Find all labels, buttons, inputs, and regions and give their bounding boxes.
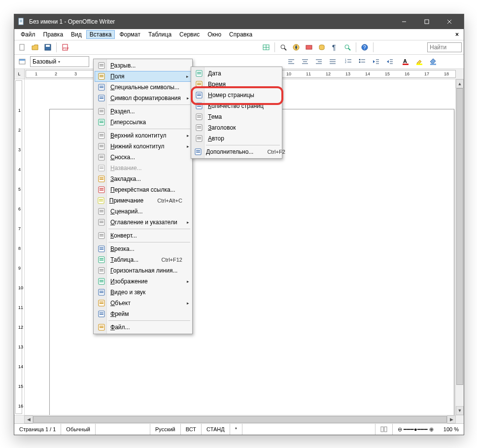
- scroll-thumb-v[interactable]: [456, 88, 463, 385]
- maximize-button[interactable]: [415, 14, 438, 29]
- zoom-icon[interactable]: [341, 41, 353, 53]
- align-left-icon[interactable]: [285, 56, 297, 68]
- navigator-icon[interactable]: [290, 41, 302, 53]
- menu-item-crossref[interactable]: Перекрёстная ссылка...: [95, 184, 191, 195]
- gallery-icon[interactable]: [303, 41, 315, 53]
- menu-item-header[interactable]: Верхний колонтитул▸: [95, 130, 191, 141]
- highlight-icon[interactable]: [413, 56, 425, 68]
- menu-window[interactable]: Окно: [204, 30, 225, 39]
- svg-rect-88: [100, 156, 103, 157]
- vertical-scrollbar[interactable]: ▲ ▼: [455, 79, 464, 415]
- field-item-date[interactable]: Дата: [192, 68, 281, 79]
- new-doc-icon[interactable]: [16, 41, 28, 53]
- find-input[interactable]: [427, 42, 462, 52]
- status-selmode[interactable]: СТАНД: [202, 424, 230, 435]
- menu-item-fields[interactable]: Поля▸: [95, 71, 191, 82]
- field-item-subject[interactable]: Тема: [192, 111, 281, 122]
- svg-rect-118: [100, 269, 103, 270]
- status-modified[interactable]: *: [230, 424, 242, 435]
- table-icon[interactable]: [260, 41, 272, 53]
- scroll-up-icon[interactable]: ▲: [456, 79, 464, 88]
- menu-item-iframe[interactable]: Фрейм: [95, 309, 191, 319]
- bullet-list-icon[interactable]: [356, 56, 368, 68]
- menu-view[interactable]: Вид: [68, 30, 85, 39]
- svg-line-24: [348, 48, 350, 50]
- menu-item-hyperlink[interactable]: Гиперссылка: [95, 117, 191, 128]
- menu-item-comment[interactable]: ПримечаниеCtrl+Alt+C: [95, 195, 191, 206]
- styles-dialog-icon[interactable]: [16, 56, 28, 68]
- scroll-down-icon[interactable]: ▼: [456, 406, 464, 415]
- bg-color-icon[interactable]: [427, 56, 439, 68]
- numbered-list-icon[interactable]: 12: [342, 56, 354, 68]
- scroll-left-icon[interactable]: ◀: [24, 415, 33, 423]
- minimize-button[interactable]: [393, 14, 415, 29]
- menu-item-frame[interactable]: Врезка...: [95, 243, 191, 254]
- menu-item-footer[interactable]: Нижний колонтитул▸: [95, 141, 191, 152]
- section-icon: [97, 107, 106, 115]
- menu-insert[interactable]: Вставка: [86, 30, 115, 39]
- close-button[interactable]: [438, 14, 461, 29]
- menu-table[interactable]: Таблица: [145, 30, 175, 39]
- scroll-right-icon[interactable]: ▶: [447, 415, 456, 423]
- zoom-minus[interactable]: ⊖: [398, 426, 402, 433]
- status-zoom[interactable]: 100 %: [439, 426, 464, 432]
- menu-tools[interactable]: Сервис: [176, 30, 203, 39]
- menu-item-media[interactable]: Видео и звук: [95, 287, 191, 298]
- find-icon[interactable]: [277, 41, 289, 53]
- field-item-page-number[interactable]: Номер страницы: [192, 90, 281, 101]
- menu-item-script[interactable]: Сценарий...: [95, 206, 191, 217]
- align-center-icon[interactable]: [299, 56, 311, 68]
- export-pdf-icon[interactable]: PDF: [59, 41, 71, 53]
- help-icon[interactable]: ?: [359, 41, 371, 53]
- scroll-thumb-h[interactable]: [33, 416, 447, 423]
- menu-help[interactable]: Справка: [226, 30, 256, 39]
- field-item-other[interactable]: Дополнительно...Ctrl+F2: [192, 146, 281, 157]
- dec-indent-icon[interactable]: [370, 56, 382, 68]
- menu-item-index[interactable]: Оглавление и указатели▸: [95, 217, 191, 228]
- field-item-title[interactable]: Заголовок: [192, 122, 281, 133]
- status-style[interactable]: Обычный: [61, 424, 96, 435]
- menu-item-table[interactable]: Таблица...Ctrl+F12: [95, 254, 191, 265]
- menu-format[interactable]: Формат: [116, 30, 144, 39]
- ruler-vertical[interactable]: 12345678910111213141516: [14, 79, 25, 415]
- menu-item-file[interactable]: Файл...: [95, 322, 191, 333]
- status-bookview[interactable]: [375, 424, 393, 435]
- save-icon[interactable]: [42, 41, 54, 53]
- menu-item-image[interactable]: Изображение▸: [95, 276, 191, 287]
- align-right-icon[interactable]: [313, 56, 325, 68]
- svg-point-23: [345, 45, 349, 49]
- field-item-time[interactable]: Время: [192, 79, 281, 90]
- menu-item-object[interactable]: Объект▸: [95, 298, 191, 309]
- menu-item-bookmark[interactable]: Закладка...: [95, 173, 191, 184]
- align-justify-icon[interactable]: [327, 56, 339, 68]
- datasources-icon[interactable]: [316, 41, 328, 53]
- field-item-author[interactable]: Автор: [192, 133, 281, 144]
- menu-file[interactable]: Файл: [17, 30, 39, 39]
- menu-item-footnote[interactable]: Сноска...: [95, 152, 191, 163]
- horizontal-scrollbar[interactable]: ◀ ▶: [14, 415, 464, 423]
- field-item-page-count[interactable]: Количество страниц: [192, 101, 281, 111]
- close-document-button[interactable]: ×: [453, 31, 461, 38]
- svg-rect-109: [100, 234, 103, 235]
- status-insert[interactable]: ВСТ: [181, 424, 202, 435]
- menu-item-envelope[interactable]: Конверт...: [95, 230, 191, 241]
- status-lang[interactable]: Русский: [150, 424, 181, 435]
- open-icon[interactable]: [29, 41, 41, 53]
- media-icon: [97, 288, 106, 296]
- svg-rect-152: [197, 128, 201, 129]
- svg-rect-113: [100, 249, 103, 250]
- nonprinting-icon[interactable]: ¶: [329, 41, 341, 53]
- menu-item-section[interactable]: Раздел...: [95, 106, 191, 117]
- menu-item-format-mark[interactable]: Символ форматирования▸: [95, 93, 191, 103]
- inc-indent-icon[interactable]: [384, 56, 396, 68]
- font-color-icon[interactable]: A: [400, 56, 411, 68]
- menu-item-special-char[interactable]: Специальные символы...: [95, 82, 191, 93]
- svg-rect-106: [100, 221, 103, 222]
- zoom-plus[interactable]: ⊕: [429, 426, 434, 433]
- status-page[interactable]: Страница 1 / 1: [14, 424, 61, 435]
- menu-item-break[interactable]: Разрыв...: [95, 60, 191, 71]
- menu-edit[interactable]: Правка: [40, 30, 67, 39]
- menu-item-hr[interactable]: Горизонтальная линия...: [95, 265, 191, 276]
- paragraph-style-combo[interactable]: Базовый▾: [30, 56, 89, 67]
- ruler-corner: L: [14, 69, 25, 79]
